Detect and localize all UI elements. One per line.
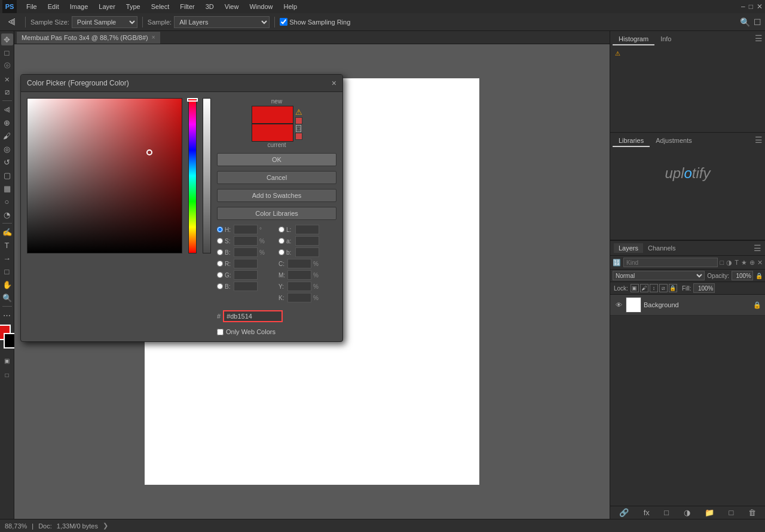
move-tool[interactable]: ✥ (1, 33, 13, 45)
layer-item-background[interactable]: 👁 Background 🔒 (610, 295, 765, 316)
menu-select[interactable]: Select (146, 2, 175, 11)
r-input[interactable]: 219 (234, 259, 258, 268)
blue-input[interactable]: 20 (234, 282, 258, 291)
c-input[interactable]: 8 (287, 259, 311, 268)
k-input[interactable]: 1 (287, 293, 311, 302)
menu-layer[interactable]: Layer (94, 2, 120, 11)
panel-options-icon[interactable]: ☰ (755, 33, 763, 45)
quick-mask-icon[interactable]: ▣ (1, 354, 13, 366)
layers-options-icon[interactable]: ☰ (754, 243, 761, 253)
lock-transparent-icon[interactable]: ▣ (631, 284, 639, 292)
menu-filter[interactable]: Filter (175, 2, 199, 11)
new-adjustment-icon[interactable]: ◑ (684, 508, 690, 517)
show-sampling-label[interactable]: Show Sampling Ring (280, 18, 350, 26)
zoom-tool[interactable]: 🔍 (1, 292, 13, 304)
tab-layers[interactable]: Layers (614, 243, 643, 253)
tab-histogram[interactable]: Histogram (613, 33, 654, 45)
tab-adjustments[interactable]: Adjustments (650, 135, 698, 147)
layers-search-input[interactable] (623, 258, 718, 267)
lock-all-icon[interactable]: 🔒 (669, 284, 677, 292)
hand-tool[interactable]: ✋ (1, 279, 13, 291)
m-input[interactable]: 100 (287, 270, 311, 280)
tab-channels[interactable]: Channels (643, 243, 680, 253)
alpha-slider[interactable] (203, 98, 211, 253)
type-tool[interactable]: T (1, 239, 13, 251)
close-window-icon[interactable]: ✕ (757, 2, 763, 11)
y-input[interactable]: 100 (287, 282, 311, 291)
a-input[interactable]: 70 (295, 236, 319, 246)
hex-input[interactable] (223, 310, 283, 322)
screen-mode-icon[interactable]: □ (1, 369, 13, 381)
brightness-radio[interactable] (217, 249, 223, 255)
filter-type-icon[interactable]: T (735, 259, 739, 266)
tab-libraries[interactable]: Libraries (613, 135, 650, 147)
color-gradient-picker[interactable] (27, 98, 182, 253)
path-select-tool[interactable]: → (1, 252, 13, 264)
lock-position-icon[interactable]: ↕ (650, 284, 658, 292)
hue-slider-container[interactable] (188, 98, 197, 253)
opacity-input[interactable] (732, 271, 753, 280)
minimize-icon[interactable]: – (741, 2, 745, 11)
eyedropper-tool-icon[interactable]: ⫷ (4, 16, 20, 29)
color-libraries-button[interactable]: Color Libraries (217, 207, 336, 220)
link-layers-icon[interactable]: 🔗 (619, 508, 629, 517)
hue-radio[interactable] (217, 227, 223, 233)
l-input[interactable]: 47 (295, 225, 319, 234)
tab-info[interactable]: Info (654, 33, 677, 45)
layer-visibility-icon[interactable]: 👁 (614, 301, 623, 309)
sample-size-select[interactable]: Point Sample (72, 16, 137, 28)
hue-slider[interactable] (188, 98, 197, 253)
delete-layer-icon[interactable]: 🗑 (748, 508, 756, 517)
s-input[interactable]: 91 (234, 236, 258, 246)
extra-tools[interactable]: ⋯ (1, 309, 13, 321)
menu-3d[interactable]: 3D (201, 2, 219, 11)
b2-radio[interactable] (279, 249, 284, 255)
sample-select[interactable]: All Layers (174, 16, 270, 28)
menu-edit[interactable]: Edit (43, 2, 64, 11)
g-input[interactable]: 21 (234, 270, 258, 280)
doc-arrow[interactable]: ❯ (103, 522, 108, 530)
filter-cancel-icon[interactable]: ✕ (757, 259, 763, 267)
filter-adjustment-icon[interactable]: ◑ (726, 259, 732, 267)
stamp-tool[interactable]: ◎ (1, 143, 13, 155)
green-radio[interactable] (217, 272, 223, 278)
brush-tool[interactable]: 🖌 (1, 130, 13, 142)
h-input[interactable]: 0 (234, 225, 258, 234)
fill-input[interactable] (693, 283, 715, 293)
eraser-tool[interactable]: ▢ (1, 169, 13, 181)
l-radio[interactable] (279, 227, 284, 233)
menu-view[interactable]: View (220, 2, 244, 11)
menu-image[interactable]: Image (65, 2, 93, 11)
filter-pixel-icon[interactable]: □ (720, 259, 724, 266)
maximize-icon[interactable]: □ (749, 2, 753, 11)
lock-image-icon[interactable]: 🖌 (640, 284, 648, 292)
menu-file[interactable]: File (22, 2, 42, 11)
blend-mode-select[interactable]: Normal (613, 271, 705, 280)
eyedropper-tool[interactable]: ⫷ (1, 103, 13, 115)
out-of-gamut-warning[interactable]: ⚠ (295, 108, 302, 117)
show-sampling-checkbox[interactable] (280, 18, 287, 26)
a-radio[interactable] (279, 238, 284, 244)
b2-input[interactable]: 56 (295, 247, 319, 257)
menu-help[interactable]: Help (279, 2, 302, 11)
add-mask-icon[interactable]: □ (664, 508, 669, 517)
dialog-close-button[interactable]: × (332, 78, 336, 88)
new-group-icon[interactable]: 📁 (705, 508, 714, 517)
web-safe-swatch[interactable] (295, 133, 302, 140)
heal-tool[interactable]: ⊕ (1, 117, 13, 129)
marquee-tool[interactable]: □ (1, 47, 13, 59)
lasso-tool[interactable]: ⦾ (1, 60, 13, 72)
b-input[interactable]: 86 (234, 247, 258, 257)
libraries-options-icon[interactable]: ☰ (755, 135, 763, 147)
shape-tool[interactable]: □ (1, 265, 13, 277)
filter-shape-icon[interactable]: ★ (741, 259, 747, 267)
pen-tool[interactable]: ✍ (1, 226, 13, 238)
new-layer-icon[interactable]: □ (729, 508, 733, 517)
crop-tool[interactable]: ⧄ (1, 86, 13, 98)
web-safe-warning[interactable]: □ (296, 125, 301, 132)
dodge-tool[interactable]: ◔ (1, 209, 13, 221)
only-web-checkbox[interactable] (217, 329, 224, 335)
blue-radio[interactable] (217, 283, 223, 289)
blur-tool[interactable]: ○ (1, 195, 13, 207)
menu-window[interactable]: Window (244, 2, 277, 11)
